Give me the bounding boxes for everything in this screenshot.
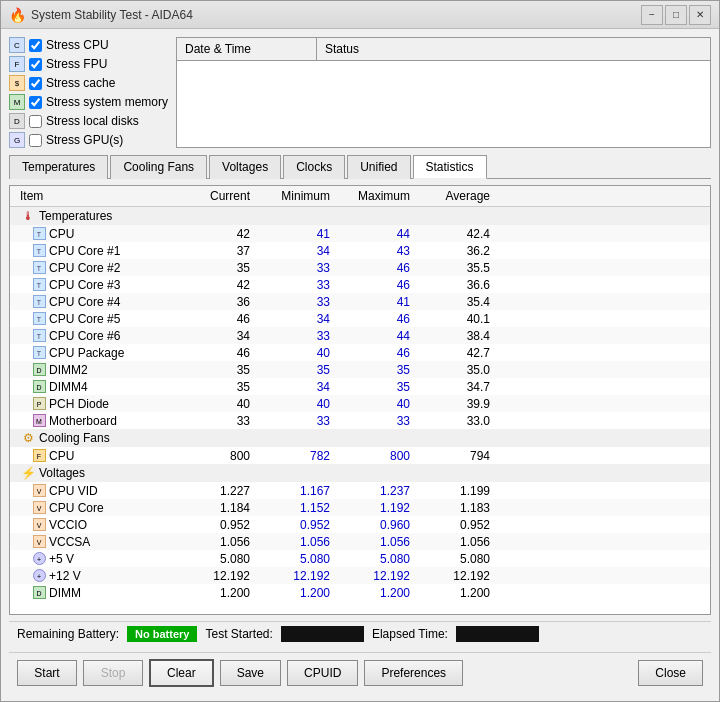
row-item-name: T CPU Core #3 bbox=[10, 278, 180, 292]
tab-coolingfans[interactable]: Cooling Fans bbox=[110, 155, 207, 179]
stress-disks-checkbox[interactable] bbox=[29, 115, 42, 128]
maximize-button[interactable]: □ bbox=[665, 5, 687, 25]
row-item-name: F CPU bbox=[10, 449, 180, 463]
status-header: Status bbox=[317, 38, 710, 60]
table-row: T CPU Core #6 34 33 44 38.4 bbox=[10, 327, 710, 344]
data-table-header: Item Current Minimum Maximum Average bbox=[10, 186, 710, 207]
row-minimum: 1.167 bbox=[260, 484, 340, 498]
row-current: 40 bbox=[180, 397, 260, 411]
row-average: 39.9 bbox=[420, 397, 500, 411]
row-icon: V bbox=[32, 518, 46, 532]
tab-unified[interactable]: Unified bbox=[347, 155, 410, 179]
row-item-name: D DIMM2 bbox=[10, 363, 180, 377]
table-row: T CPU 42 41 44 42.4 bbox=[10, 225, 710, 242]
col-header-item: Item bbox=[10, 189, 180, 203]
row-item-name: V VCCIO bbox=[10, 518, 180, 532]
row-maximum: 1.237 bbox=[340, 484, 420, 498]
row-minimum: 40 bbox=[260, 397, 340, 411]
row-current: 46 bbox=[180, 312, 260, 326]
table-row: + +12 V 12.192 12.192 12.192 12.192 bbox=[10, 567, 710, 584]
minimize-button[interactable]: − bbox=[641, 5, 663, 25]
stress-memory-checkbox[interactable] bbox=[29, 96, 42, 109]
start-button[interactable]: Start bbox=[17, 660, 77, 686]
row-average: 33.0 bbox=[420, 414, 500, 428]
row-current: 46 bbox=[180, 346, 260, 360]
stress-gpu-item: G Stress GPU(s) bbox=[9, 132, 168, 148]
row-average: 0.952 bbox=[420, 518, 500, 532]
tab-statistics[interactable]: Statistics bbox=[413, 155, 487, 179]
row-current: 0.952 bbox=[180, 518, 260, 532]
row-current: 34 bbox=[180, 329, 260, 343]
row-current: 37 bbox=[180, 244, 260, 258]
row-average: 36.2 bbox=[420, 244, 500, 258]
title-bar: 🔥 System Stability Test - AIDA64 − □ ✕ bbox=[1, 1, 719, 29]
save-button[interactable]: Save bbox=[220, 660, 281, 686]
stress-fpu-item: F Stress FPU bbox=[9, 56, 168, 72]
row-item-name: T CPU Package bbox=[10, 346, 180, 360]
stress-disks-label: Stress local disks bbox=[46, 114, 139, 128]
stress-fpu-label: Stress FPU bbox=[46, 57, 107, 71]
stress-cache-item: $ Stress cache bbox=[9, 75, 168, 91]
elapsed-value bbox=[456, 626, 539, 642]
row-average: 35.0 bbox=[420, 363, 500, 377]
clear-button[interactable]: Clear bbox=[149, 659, 214, 687]
stress-cpu-label: Stress CPU bbox=[46, 38, 109, 52]
category-icon: ⚡ bbox=[20, 465, 36, 481]
row-current: 5.080 bbox=[180, 552, 260, 566]
stress-options: C Stress CPU F Stress FPU $ Stress cache… bbox=[9, 37, 168, 148]
memory-stress-icon: M bbox=[9, 94, 25, 110]
table-row: V CPU Core 1.184 1.152 1.192 1.183 bbox=[10, 499, 710, 516]
row-minimum: 33 bbox=[260, 261, 340, 275]
row-average: 36.6 bbox=[420, 278, 500, 292]
stress-cache-checkbox[interactable] bbox=[29, 77, 42, 90]
row-minimum: 5.080 bbox=[260, 552, 340, 566]
row-minimum: 782 bbox=[260, 449, 340, 463]
row-minimum: 34 bbox=[260, 380, 340, 394]
preferences-button[interactable]: Preferences bbox=[364, 660, 463, 686]
row-average: 35.5 bbox=[420, 261, 500, 275]
window-close-button[interactable]: ✕ bbox=[689, 5, 711, 25]
row-icon: T bbox=[32, 312, 46, 326]
stress-gpu-checkbox[interactable] bbox=[29, 134, 42, 147]
row-minimum: 33 bbox=[260, 295, 340, 309]
title-bar-buttons: − □ ✕ bbox=[641, 5, 711, 25]
row-average: 12.192 bbox=[420, 569, 500, 583]
fpu-stress-icon: F bbox=[9, 56, 25, 72]
tab-clocks[interactable]: Clocks bbox=[283, 155, 345, 179]
row-current: 800 bbox=[180, 449, 260, 463]
row-minimum: 41 bbox=[260, 227, 340, 241]
row-icon: + bbox=[32, 552, 46, 566]
stress-gpu-label: Stress GPU(s) bbox=[46, 133, 123, 147]
close-button[interactable]: Close bbox=[638, 660, 703, 686]
row-icon: T bbox=[32, 346, 46, 360]
row-maximum: 40 bbox=[340, 397, 420, 411]
stress-cpu-checkbox[interactable] bbox=[29, 39, 42, 52]
row-minimum: 1.152 bbox=[260, 501, 340, 515]
stop-button[interactable]: Stop bbox=[83, 660, 143, 686]
row-item-name: V CPU VID bbox=[10, 484, 180, 498]
row-minimum: 12.192 bbox=[260, 569, 340, 583]
stress-memory-item: M Stress system memory bbox=[9, 94, 168, 110]
row-current: 33 bbox=[180, 414, 260, 428]
row-minimum: 40 bbox=[260, 346, 340, 360]
row-current: 35 bbox=[180, 380, 260, 394]
row-item-name: D DIMM bbox=[10, 586, 180, 600]
row-average: 35.4 bbox=[420, 295, 500, 309]
tab-voltages[interactable]: Voltages bbox=[209, 155, 281, 179]
cpuid-button[interactable]: CPUID bbox=[287, 660, 358, 686]
data-table-body: 🌡 Temperatures T CPU 42 41 44 42.4 T CPU… bbox=[10, 207, 710, 614]
row-current: 35 bbox=[180, 261, 260, 275]
stress-fpu-checkbox[interactable] bbox=[29, 58, 42, 71]
row-item-name: T CPU Core #6 bbox=[10, 329, 180, 343]
stress-cache-label: Stress cache bbox=[46, 76, 115, 90]
row-current: 12.192 bbox=[180, 569, 260, 583]
row-current: 1.184 bbox=[180, 501, 260, 515]
row-maximum: 44 bbox=[340, 329, 420, 343]
row-minimum: 1.200 bbox=[260, 586, 340, 600]
category-name: 🌡 Temperatures bbox=[10, 208, 180, 224]
row-icon: D bbox=[32, 363, 46, 377]
row-average: 1.056 bbox=[420, 535, 500, 549]
cpu-stress-icon: C bbox=[9, 37, 25, 53]
row-average: 794 bbox=[420, 449, 500, 463]
tab-temperatures[interactable]: Temperatures bbox=[9, 155, 108, 179]
